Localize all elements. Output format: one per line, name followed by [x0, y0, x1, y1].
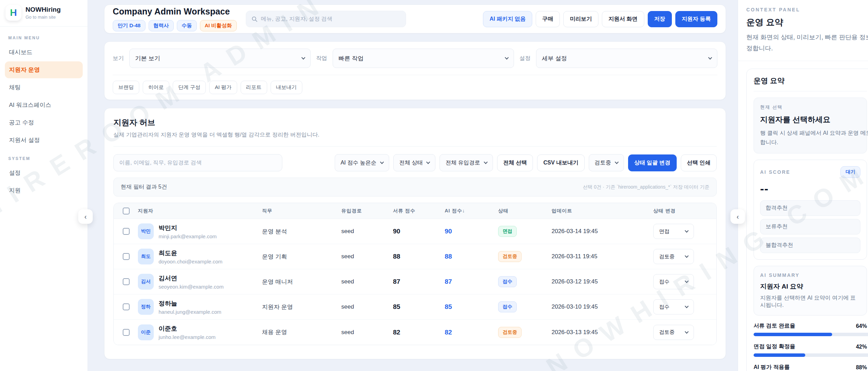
table-row[interactable]: 이준 이준호 junho.lee@example.com 채용 운영 seed …: [114, 320, 716, 345]
col-updated: 업데이트: [552, 208, 653, 214]
register-applicant-button[interactable]: 지원자 등록: [675, 11, 717, 27]
sidebar-item-edit-posting[interactable]: 공고 수정: [5, 114, 83, 131]
recommend-fail-button[interactable]: 불합격추천: [760, 238, 860, 253]
badge-ai-disabled: AI 비활성화: [200, 20, 237, 31]
chip-branding[interactable]: 브랜딩: [113, 81, 139, 94]
select-all-checkbox[interactable]: [123, 208, 130, 214]
row-checkbox[interactable]: [123, 228, 130, 235]
status-filter-select[interactable]: 전체 상태: [393, 154, 435, 171]
chip-ai-eval[interactable]: AI 평가: [209, 81, 237, 94]
applicant-cell: 최도 최도윤 doyoon.choi@example.com: [138, 249, 262, 264]
avatar: 정하: [138, 299, 154, 315]
sidebar-item-settings[interactable]: 설정: [5, 164, 83, 181]
save-button[interactable]: 저장: [648, 11, 672, 27]
current-selection-description: 행 클릭 시 상세 패널에서 AI 요약과 운영 메모를 확인 합니다.: [760, 128, 860, 147]
chevron-down-icon: [685, 279, 688, 283]
row-status-select[interactable]: 접수: [653, 299, 694, 314]
table-row[interactable]: 김서 김서연 seoyeon.kim@example.com 운영 매니저 se…: [114, 269, 716, 294]
avatar: 박민: [138, 223, 154, 239]
view-select-value: 기본 보기: [135, 54, 160, 62]
sidebar-item-dashboard[interactable]: 대시보드: [5, 44, 83, 61]
sidebar-item-support[interactable]: 지원: [5, 182, 83, 199]
filter-result-bar: 현재 필터 결과 5건 선택 0건 · 기존 `hireroom_applica…: [113, 178, 717, 197]
metric-value: 42%: [856, 344, 867, 350]
row-checkbox[interactable]: [123, 278, 130, 285]
applicant-cell: 이준 이준호 junho.lee@example.com: [138, 324, 262, 340]
hub-title: 지원자 허브: [113, 117, 717, 128]
chip-hero[interactable]: 히어로: [143, 81, 169, 94]
applicant-cell: 정하 정하늘 haneul.jung@example.com: [138, 299, 262, 315]
updated-cell: 2026-03-13 19:45: [552, 329, 653, 336]
row-checkbox[interactable]: [123, 253, 130, 260]
table-row[interactable]: 정하 정하늘 haneul.jung@example.com 지원자 운영 se…: [114, 294, 716, 320]
doc-score-cell: 88: [393, 253, 445, 260]
sidebar: H NOWHiring Go to main site MAIN MENU 대시…: [0, 0, 88, 371]
print-selected-button[interactable]: 선택 인쇄: [681, 154, 717, 171]
badge-manual: 수동: [177, 20, 197, 31]
applicant-search-input[interactable]: [119, 160, 276, 166]
chip-export[interactable]: 내보내기: [271, 81, 302, 94]
view-select[interactable]: 기본 보기: [129, 49, 311, 68]
status-badge: 면접: [498, 226, 517, 237]
panel-collapse-button[interactable]: ‹: [730, 209, 745, 224]
sidebar-item-ai-workspace[interactable]: AI 워크스페이스: [5, 97, 83, 113]
row-status-select[interactable]: 접수: [653, 274, 694, 289]
applicant-name: 김서연: [159, 274, 224, 282]
updated-cell: 2026-03-11 19:45: [552, 253, 653, 260]
action-select[interactable]: 빠른 작업: [333, 49, 514, 68]
col-ai-score-sort[interactable]: AI 점수↓: [445, 208, 498, 214]
sidebar-collapse-button[interactable]: ‹: [78, 209, 93, 224]
applicant-search-box[interactable]: [113, 154, 282, 171]
row-status-select[interactable]: 검토중: [653, 325, 694, 340]
recommend-pass-button[interactable]: 합격추천: [760, 200, 860, 216]
global-search-input[interactable]: [261, 16, 400, 22]
row-status-select[interactable]: 면접: [653, 224, 694, 239]
avatar: 이준: [138, 324, 154, 340]
go-to-main-site-link[interactable]: Go to main site: [26, 14, 61, 20]
global-search-box[interactable]: [246, 11, 406, 27]
applicant-email: haneul.jung@example.com: [159, 309, 221, 315]
chevron-down-icon: [685, 304, 688, 308]
updated-cell: 2026-03-14 19:45: [552, 228, 653, 235]
brand-logo[interactable]: H: [6, 5, 21, 21]
context-panel-title: 운영 요약: [746, 17, 868, 28]
setting-select[interactable]: 세부 설정: [536, 49, 717, 68]
chevron-down-icon: [505, 56, 508, 59]
setting-label: 설정: [519, 55, 531, 62]
sidebar-nav: MAIN MENU 대시보드 지원자 운영 채팅 AI 워크스페이스 공고 수정…: [0, 27, 88, 202]
chip-stages[interactable]: 단계 구성: [173, 81, 206, 94]
row-status-value: 검토중: [659, 253, 675, 260]
col-source: 유입경로: [341, 208, 393, 214]
action-label: 작업: [316, 55, 327, 62]
progress-track: [754, 353, 868, 357]
sidebar-item-chat[interactable]: 채팅: [5, 79, 83, 96]
bulk-status-apply-button[interactable]: 상태 일괄 변경: [628, 154, 677, 171]
preview-button[interactable]: 미리보기: [563, 11, 598, 27]
ai-package-button[interactable]: AI 패키지 없음: [483, 11, 532, 27]
chip-report[interactable]: 리포트: [241, 81, 267, 94]
status-badge: 접수: [498, 276, 517, 287]
row-status-select[interactable]: 검토중: [653, 249, 694, 264]
setting-select-value: 세부 설정: [542, 54, 567, 62]
applicant-table: 지원자 직무 유입경로 서류 점수 AI 점수↓ 상태 업데이트 상태 변경 박…: [113, 203, 717, 345]
table-row[interactable]: 박민 박민지 minji.park@example.com 운영 분석 seed…: [114, 219, 716, 244]
sidebar-item-applicant-ops[interactable]: 지원자 운영: [5, 61, 83, 78]
application-screen-button[interactable]: 지원서 화면: [602, 11, 644, 27]
source-filter-select[interactable]: 전체 유입경로: [440, 154, 493, 171]
sort-select[interactable]: AI 점수 높은순: [335, 154, 389, 171]
col-status: 상태: [498, 208, 552, 214]
recommend-hold-button[interactable]: 보류추천: [760, 219, 860, 234]
action-select-value: 빠른 작업: [339, 54, 364, 62]
select-all-button[interactable]: 전체 선택: [497, 154, 533, 171]
applicant-cell: 김서 김서연 seoyeon.kim@example.com: [138, 274, 262, 290]
row-checkbox[interactable]: [123, 329, 130, 336]
context-panel-label: CONTEXT PANEL: [746, 7, 868, 12]
sidebar-item-application-settings[interactable]: 지원서 설정: [5, 132, 83, 149]
table-row[interactable]: 최도 최도윤 doyoon.choi@example.com 운영 기획 see…: [114, 244, 716, 269]
csv-export-button[interactable]: CSV 내보내기: [537, 154, 584, 171]
row-checkbox[interactable]: [123, 303, 130, 310]
selection-info: 선택 0건 · 기존 `hireroom_applications_*` 저장 …: [583, 184, 709, 190]
purchase-button[interactable]: 구매: [536, 11, 560, 27]
filter-result-count: 현재 필터 결과 5건: [121, 183, 167, 191]
bulk-status-select[interactable]: 검토중: [589, 154, 624, 171]
